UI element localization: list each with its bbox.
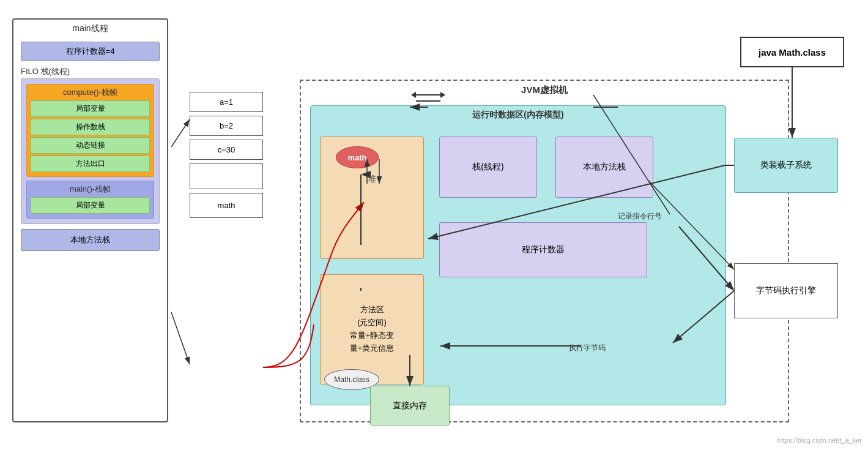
method-area-box: 方法区(元空间)常量+静态变量+类元信息	[320, 274, 424, 384]
heap-title: 堆	[321, 174, 423, 185]
main-frame: main()-栈帧 局部变量	[26, 181, 154, 219]
main-thread-box: main线程 程序计数器=4 FILO 栈(线程) compute()-栈帧 局…	[12, 18, 168, 422]
runtime-area: 运行时数据区(内存模型) math 堆 栈(线程) 本地方法栈 方法区(元空间)…	[310, 105, 726, 405]
main-frame-title: main()-栈帧	[31, 184, 150, 195]
compute-item-3: 方法出口	[31, 156, 150, 172]
main-item-0: 局部变量	[31, 197, 150, 214]
compute-item-0: 局部变量	[31, 100, 150, 117]
watermark: https://blog.csdn.net/f_a_ker	[777, 437, 862, 444]
stack-area: compute()-栈帧 局部变量 操作数栈 动态链接 方法出口 main()-…	[21, 78, 160, 224]
var-math: math	[190, 193, 263, 218]
direct-memory-box: 直接内存	[370, 386, 450, 426]
main-thread-title: main线程	[13, 20, 167, 38]
java-mathclass-label: java Math.class	[740, 37, 844, 67]
filo-label: FILO 栈(线程)	[21, 66, 160, 77]
stack-inner-box: 栈(线程)	[439, 137, 537, 198]
var-c: c=30	[190, 140, 263, 160]
middle-column: a=1 b=2 c=30 math	[190, 92, 263, 218]
record-instruction-label: 记录指令行号	[618, 211, 662, 222]
var-a: a=1	[190, 92, 263, 112]
svg-line-4	[171, 119, 190, 147]
class-loader-box: 类装载子系统	[734, 138, 838, 193]
var-b: b=2	[190, 116, 263, 136]
prog-counter-box: 程序计数器	[439, 222, 647, 277]
compute-item-2: 动态链接	[31, 137, 150, 154]
heap-box: math 堆	[320, 137, 424, 259]
native-inner-box: 本地方法栈	[555, 137, 653, 198]
jvm-box: JVM虚拟机 运行时数据区(内存模型) math 堆 栈(线程) 本地方法栈 方…	[300, 80, 789, 422]
program-counter-box: 程序计数器=4	[21, 42, 160, 61]
bytecode-engine-box: 字节码执行引擎	[734, 263, 838, 318]
svg-line-5	[171, 312, 190, 364]
jvm-title: JVM虚拟机	[301, 81, 788, 100]
compute-item-1: 操作数栈	[31, 119, 150, 135]
math-oval: math	[336, 146, 379, 168]
native-method-left: 本地方法栈	[21, 229, 160, 251]
runtime-title: 运行时数据区(内存模型)	[311, 106, 725, 124]
compute-frame-title: compute()-栈帧	[31, 87, 150, 98]
diagram-container: main线程 程序计数器=4 FILO 栈(线程) compute()-栈帧 局…	[0, 0, 868, 450]
compute-frame: compute()-栈帧 局部变量 操作数栈 动态链接 方法出口	[26, 84, 154, 177]
exec-bytecode-label: 执行字节码	[569, 343, 606, 353]
var-empty	[190, 163, 263, 189]
method-area-text: 方法区(元空间)常量+静态变量+类元信息	[350, 304, 395, 354]
